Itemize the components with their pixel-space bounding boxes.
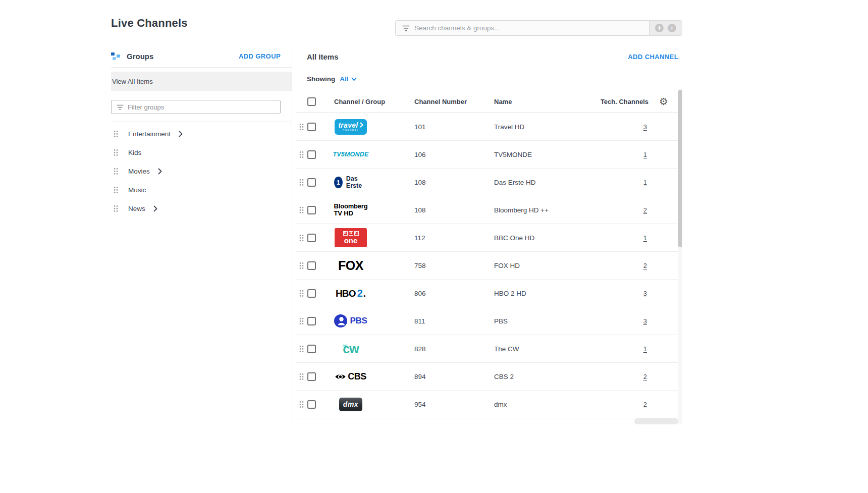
channel-number: 106: [411, 151, 492, 158]
tech-channels-link[interactable]: 3: [643, 123, 648, 131]
group-label: News: [128, 205, 145, 212]
channel-number: 101: [411, 123, 492, 131]
cbs-logo: CBS: [335, 371, 366, 382]
channel-logo: CBS: [334, 371, 367, 382]
drag-handle-icon[interactable]: [296, 179, 307, 186]
gear-icon[interactable]: ⚙: [648, 96, 679, 106]
tech-channels-link[interactable]: 3: [643, 317, 648, 325]
row-checkbox[interactable]: [307, 123, 316, 131]
tech-channels-link[interactable]: 2: [643, 401, 648, 408]
filter-groups-box: [111, 100, 281, 114]
column-header-tech-channels: Tech. Channels: [598, 98, 648, 105]
channel-name: The CW: [492, 345, 598, 353]
row-checkbox[interactable]: [307, 345, 316, 353]
channel-number: 112: [411, 234, 492, 242]
info-icon[interactable]: i: [668, 24, 676, 32]
group-label: Movies: [128, 168, 150, 175]
table-row[interactable]: FOX 758 FOX HD 2: [296, 252, 679, 280]
chevron-right-icon[interactable]: [179, 131, 183, 137]
drag-handle-icon[interactable]: [296, 123, 307, 131]
tech-channels-link[interactable]: 1: [643, 179, 648, 186]
table-row[interactable]: dmx 954 dmx 2: [296, 391, 679, 418]
drag-handle-icon[interactable]: [296, 373, 307, 380]
channel-logo: HBO 2 .: [334, 288, 367, 299]
group-item[interactable]: News: [111, 199, 292, 218]
search-bar: i: [395, 20, 682, 36]
tech-channels-link[interactable]: 1: [643, 345, 648, 353]
table-row[interactable]: TV5MONDE 106 TV5MONDE 1: [296, 141, 679, 169]
view-all-items[interactable]: View All Items: [111, 72, 292, 91]
all-items-panel: All Items ADD CHANNEL Showing All Channe…: [292, 45, 678, 424]
vertical-scrollbar[interactable]: [678, 89, 682, 424]
drag-handle-icon[interactable]: [296, 401, 307, 408]
table-row[interactable]: THE cw 828 The CW 1: [296, 335, 679, 363]
tech-channels-link[interactable]: 2: [643, 373, 648, 380]
tech-channels-link[interactable]: 1: [643, 234, 648, 242]
table-row[interactable]: PBS 811 PBS 3: [296, 307, 679, 335]
row-checkbox[interactable]: [307, 234, 316, 242]
channel-number: 806: [411, 290, 492, 297]
select-all-checkbox[interactable]: [307, 97, 316, 106]
group-item[interactable]: Entertainment: [111, 125, 292, 143]
showing-label: Showing: [307, 75, 335, 83]
row-checkbox[interactable]: [307, 206, 316, 214]
groups-icon: [111, 52, 120, 61]
vertical-scrollbar-thumb[interactable]: [678, 90, 682, 247]
drag-handle-icon[interactable]: [114, 168, 118, 175]
group-item[interactable]: Kids: [111, 143, 292, 162]
drag-handle-icon[interactable]: [296, 317, 307, 325]
add-group-button[interactable]: ADD GROUP: [239, 52, 281, 60]
tech-channels-link[interactable]: 1: [643, 151, 648, 158]
channels-table: Channel / Group Channel Number Name Tech…: [292, 90, 678, 418]
tech-channels-link[interactable]: 2: [643, 262, 648, 269]
row-checkbox[interactable]: [307, 372, 316, 381]
channel-number: 954: [411, 401, 492, 408]
table-row[interactable]: 1 Das Erste 108 Das Erste HD 1: [296, 169, 679, 196]
tech-channels-link[interactable]: 2: [643, 206, 648, 214]
table-row[interactable]: Bloomberg TV HD 108 Bloomberg HD ++ 2: [296, 196, 679, 224]
group-item[interactable]: Movies: [111, 162, 292, 181]
drag-handle-icon[interactable]: [114, 186, 118, 194]
drag-handle-icon[interactable]: [114, 149, 118, 156]
row-checkbox[interactable]: [307, 261, 316, 270]
bbc-one-logo: B B C one: [335, 228, 367, 247]
flash-icon[interactable]: [655, 24, 664, 32]
table-row[interactable]: B B C one 112 BBC One HD 1: [296, 224, 679, 252]
row-checkbox[interactable]: [307, 400, 316, 409]
add-channel-button[interactable]: ADD CHANNEL: [628, 53, 678, 61]
table-row[interactable]: travel CHANNEL 101 Travel HD 3: [296, 113, 679, 141]
channel-logo: Bloomberg TV HD: [334, 203, 367, 217]
column-header-name: Name: [492, 98, 598, 105]
chevron-right-icon[interactable]: [153, 205, 157, 212]
drag-handle-icon[interactable]: [296, 290, 307, 297]
group-item[interactable]: Music: [111, 181, 292, 199]
showing-filter-dropdown[interactable]: All: [340, 75, 356, 83]
cbs-eye-icon: [335, 373, 346, 380]
group-label: Music: [128, 186, 146, 194]
page-title: Live Channels: [111, 17, 188, 30]
drag-handle-icon[interactable]: [296, 262, 307, 269]
search-actions: i: [649, 21, 682, 35]
table-row[interactable]: HBO 2 . 806 HBO 2 HD 3: [296, 280, 679, 307]
filter-groups-input[interactable]: [128, 100, 280, 114]
search-input[interactable]: [414, 21, 649, 35]
drag-handle-icon[interactable]: [296, 151, 307, 158]
row-checkbox[interactable]: [307, 317, 316, 325]
showing-row: Showing All: [292, 75, 678, 83]
drag-handle-icon[interactable]: [296, 234, 307, 242]
row-checkbox[interactable]: [307, 178, 316, 187]
channel-number: 758: [411, 262, 492, 269]
table-row[interactable]: CBS 894 CBS 2 2: [296, 363, 679, 391]
horizontal-scrollbar-thumb[interactable]: [634, 418, 678, 424]
row-checkbox[interactable]: [307, 150, 316, 159]
channel-number: 828: [411, 345, 492, 353]
drag-handle-icon[interactable]: [296, 345, 307, 353]
channel-name: CBS 2: [492, 373, 598, 380]
pbs-head-icon: [334, 314, 347, 327]
tech-channels-link[interactable]: 3: [643, 290, 648, 297]
drag-handle-icon[interactable]: [114, 130, 118, 138]
chevron-right-icon[interactable]: [158, 168, 162, 175]
drag-handle-icon[interactable]: [114, 205, 118, 212]
row-checkbox[interactable]: [307, 289, 316, 298]
drag-handle-icon[interactable]: [296, 206, 307, 214]
